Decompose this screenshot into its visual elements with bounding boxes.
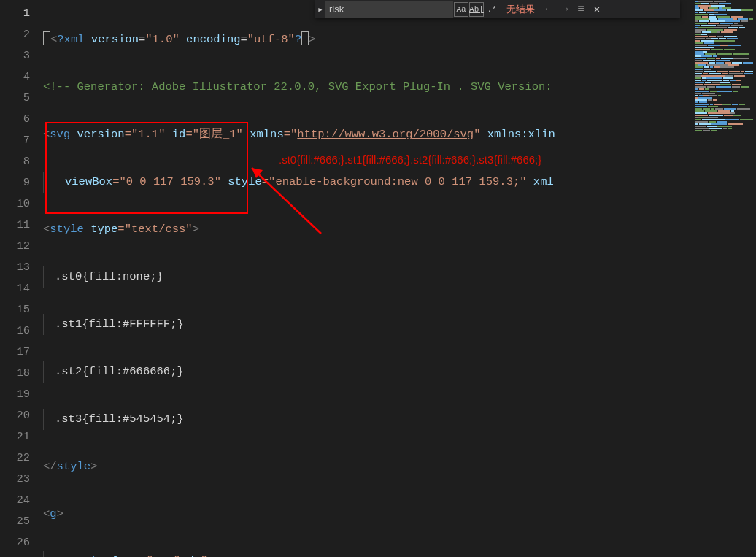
- annotation-arrow: [241, 161, 328, 248]
- cursor: [43, 31, 50, 45]
- code-line[interactable]: <path class="st0" d="M34.2,101.4c-1.6-0.…: [40, 551, 692, 557]
- code-line[interactable]: <?xml version="1.0" encoding="utf-8"?>: [40, 29, 692, 50]
- find-case-toggle[interactable]: Aa: [454, 2, 468, 17]
- code-line[interactable]: <g>: [40, 504, 692, 525]
- line-number: 1: [0, 3, 30, 24]
- line-number: 5: [0, 88, 30, 109]
- line-number: 19: [0, 384, 30, 405]
- line-number: 18: [0, 363, 30, 384]
- line-number: 6: [0, 109, 30, 130]
- line-number: 26: [0, 532, 30, 553]
- code-line[interactable]: </style>: [40, 456, 692, 477]
- line-number: 9: [0, 172, 30, 193]
- line-number: 16: [0, 320, 30, 342]
- line-number: 8: [0, 151, 30, 172]
- line-number: 17: [0, 342, 30, 363]
- line-number: 23: [0, 469, 30, 490]
- code-line[interactable]: .st1{fill:#FFFFFF;}: [40, 314, 692, 335]
- line-number: 20: [0, 405, 30, 426]
- code-line[interactable]: .st3{fill:#545454;}: [40, 409, 692, 430]
- cursor: [301, 31, 309, 45]
- line-number: 2: [0, 24, 30, 45]
- line-number: 24: [0, 490, 30, 511]
- line-number-gutter: 1 2 3 4 5 6 7 8 9 10 11 12 13 14 15 16 1…: [0, 0, 40, 557]
- line-number: 11: [0, 215, 30, 236]
- code-line[interactable]: <svg version="1.1" id="图层_1" xmlns="http…: [40, 124, 692, 145]
- code-line[interactable]: <!-- Generator: Adobe Illustrator 22.0.0…: [40, 77, 692, 98]
- line-number: 4: [0, 66, 30, 88]
- line-number: 15: [0, 299, 30, 320]
- code-line[interactable]: .st0{fill:none;}: [40, 266, 692, 288]
- line-number: 13: [0, 257, 30, 278]
- find-close-button[interactable]: ✕: [589, 1, 605, 18]
- line-number: 12: [0, 236, 30, 257]
- find-regex-toggle[interactable]: .*: [485, 2, 499, 17]
- line-number: 14: [0, 278, 30, 299]
- line-number: 25: [0, 511, 30, 532]
- line-number: 10: [0, 193, 30, 215]
- code-line[interactable]: viewBox="0 0 117 159.3" style="enable-ba…: [40, 172, 692, 193]
- line-number: 22: [0, 447, 30, 469]
- find-input[interactable]: [325, 1, 453, 18]
- code-line[interactable]: <style type="text/css">: [40, 219, 692, 240]
- line-number: 21: [0, 426, 30, 447]
- find-in-selection-button[interactable]: ≡: [573, 1, 589, 18]
- code-editor[interactable]: 1 2 3 4 5 6 7 8 9 10 11 12 13 14 15 16 1…: [0, 0, 692, 557]
- annotation-text: .st0{fill:#666;}.st1{fill:#666;}.st2{fil…: [279, 153, 541, 166]
- svg-line-0: [252, 168, 321, 234]
- find-prev-button[interactable]: ←: [541, 1, 557, 18]
- code-area[interactable]: <?xml version="1.0" encoding="utf-8"?> <…: [40, 0, 692, 557]
- line-number: 7: [0, 130, 30, 151]
- find-result-count: 无结果: [506, 3, 535, 16]
- find-toggle-replace[interactable]: ▸: [315, 0, 325, 18]
- find-next-button[interactable]: →: [557, 1, 573, 18]
- line-number: 3: [0, 45, 30, 66]
- find-widget: ▸ Aa Ab| .* 无结果 ← → ≡ ✕: [315, 0, 680, 18]
- minimap[interactable]: [692, 0, 756, 557]
- find-word-toggle[interactable]: Ab|: [469, 2, 484, 17]
- code-line[interactable]: .st2{fill:#666666;}: [40, 361, 692, 383]
